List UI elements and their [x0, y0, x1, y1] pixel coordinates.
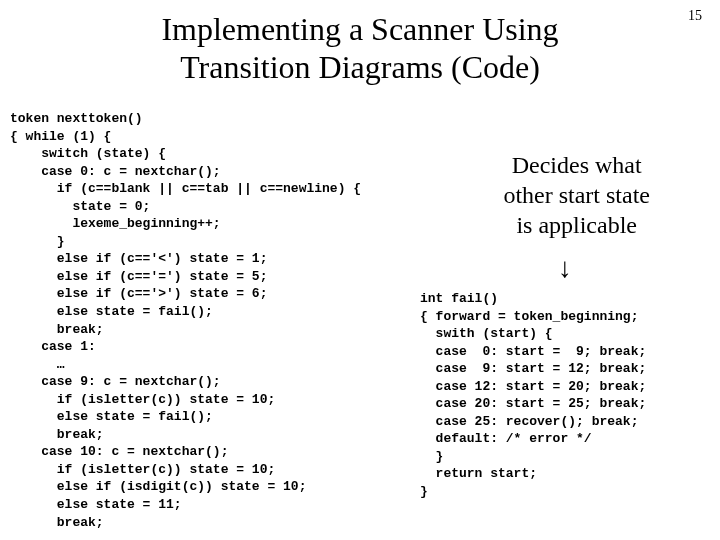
down-arrow-icon: ↓ — [558, 254, 572, 282]
annotation-line-2: other start state — [503, 182, 650, 208]
annotation-line-1: Decides what — [512, 152, 642, 178]
annotation-line-3: is applicable — [516, 212, 637, 238]
title-line-2: Transition Diagrams (Code) — [180, 49, 540, 85]
slide-title: Implementing a Scanner Using Transition … — [0, 0, 720, 87]
title-line-1: Implementing a Scanner Using — [161, 11, 558, 47]
annotation-text: Decides what other start state is applic… — [503, 150, 650, 240]
code-block-fail: int fail() { forward = token_beginning; … — [420, 290, 646, 501]
page-number: 15 — [688, 8, 702, 24]
code-block-nexttoken: token nexttoken() { while (1) { switch (… — [10, 110, 361, 540]
